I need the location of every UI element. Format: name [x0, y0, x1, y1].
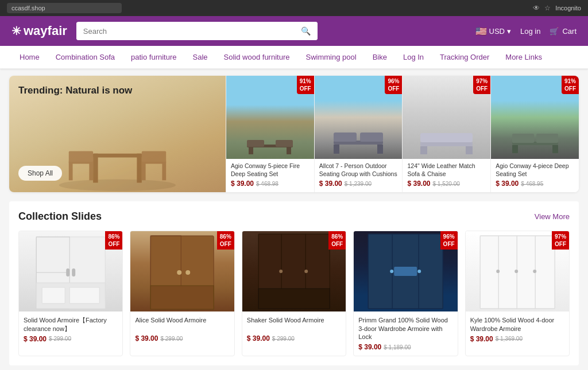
svg-rect-11: [142, 151, 166, 162]
nav-swimming-pool[interactable]: Swimming pool: [297, 46, 364, 68]
incognito-label: Incognito: [555, 5, 581, 11]
hero-product-2[interactable]: 96% OFF Allcot 7 - Person Outdoor Seatin…: [314, 76, 403, 192]
collection-card-3-image: 86% OFF: [242, 231, 346, 311]
hero-product-4-name: Agio Conway 4-piece Deep Seating Set: [496, 162, 574, 178]
collection-grid: 86% OFF Solid Wood Armoire【Factory clear…: [18, 231, 570, 356]
nav-bike[interactable]: Bike: [365, 46, 395, 68]
hero-product-3-name: 124" Wide Leather Match Sofa & Chaise: [407, 162, 486, 178]
svg-rect-9: [142, 161, 146, 180]
svg-rect-19: [377, 145, 383, 154]
logo-text: wayfair: [24, 24, 67, 38]
flag-icon: 🇺🇸: [475, 26, 487, 37]
hero-product-1-name: Agio Conway 5-piece Fire Deep Seating Se…: [231, 162, 310, 178]
svg-point-64: [514, 270, 518, 273]
collection-card-2-info: Alice Solid Wood Armoire $ 39.00 $ 299.0…: [130, 311, 234, 347]
svg-rect-13: [249, 147, 253, 154]
svg-rect-22: [420, 142, 473, 146]
svg-rect-29: [512, 134, 534, 143]
collection-card-1-image: 86% OFF: [19, 231, 122, 311]
nav-login[interactable]: Log In: [395, 46, 432, 68]
collection-card-5-prices: $ 39.00 $ 1,369.00: [470, 335, 564, 343]
nav-sale[interactable]: Sale: [185, 46, 216, 68]
svg-point-48: [279, 270, 283, 273]
url-text: ccasdf.shop: [11, 5, 45, 11]
svg-rect-16: [276, 140, 293, 147]
cart-label: Cart: [562, 27, 577, 36]
svg-rect-3: [137, 154, 141, 183]
collection-card-5-name: Kyle 100% Solid Wood 4-door Wardrobe Arm…: [470, 316, 564, 333]
collection-card-2-badge: 86% OFF: [217, 231, 234, 250]
hero-product-1[interactable]: 91% OFF Agio Conway 5-piece Fire Deep Se…: [226, 76, 314, 192]
nav-more-links[interactable]: More Links: [497, 46, 550, 68]
search-input[interactable]: [76, 22, 294, 40]
login-button[interactable]: Log in: [520, 27, 540, 36]
nav-home[interactable]: Home: [11, 46, 48, 68]
svg-rect-25: [420, 133, 473, 142]
collection-card-4-prices: $ 39.00 $ 1,189.00: [358, 343, 452, 351]
svg-rect-18: [334, 145, 339, 154]
nav-solid-wood[interactable]: Solid wood furniture: [216, 46, 298, 68]
shop-all-button[interactable]: Shop All: [18, 166, 62, 181]
svg-point-63: [496, 270, 500, 273]
hero-product-4[interactable]: 91% OFF Agio Conway 4-piece Deep Seating…: [490, 76, 579, 192]
svg-point-65: [533, 270, 536, 273]
hero-product-3[interactable]: 97% OFF 124" Wide Leather Match Sofa & C…: [402, 76, 490, 192]
collection-card-4-image: 96% OFF: [354, 231, 457, 311]
hero-product-4-info: Agio Conway 4-piece Deep Seating Set $ 3…: [491, 159, 579, 192]
hero-banner: Trending: Natural is now Shop All 91% OF…: [9, 76, 579, 192]
hero-product-3-info: 124" Wide Leather Match Sofa & Chaise $ …: [403, 159, 490, 192]
collection-card-3[interactable]: 86% OFF Shaker Solid Wood Armoire $ 39.0…: [242, 231, 346, 356]
view-more-link[interactable]: View More: [535, 212, 570, 221]
nav-combination-sofa[interactable]: Combination Sofa: [48, 46, 123, 68]
browser-icons: 👁 ☆ Incognito: [533, 4, 581, 12]
hero-product-3-price: $ 39.00 $ 1,520.00: [407, 180, 486, 188]
collection-card-1-badge: 86% OFF: [105, 231, 122, 250]
browser-chrome: ccasdf.shop 👁 ☆ Incognito: [0, 0, 588, 16]
svg-point-0: [59, 179, 176, 190]
svg-rect-10: [162, 161, 166, 180]
hero-products-list: 91% OFF Agio Conway 5-piece Fire Deep Se…: [226, 76, 579, 192]
search-bar: 🔍: [76, 22, 318, 40]
collection-card-4[interactable]: 96% OFF Primm Grand 100% Solid Wood 3-do…: [353, 231, 458, 356]
star-icon: ☆: [544, 4, 551, 12]
hero-product-2-image: 96% OFF: [315, 76, 403, 159]
svg-rect-28: [552, 145, 558, 153]
eye-icon: 👁: [533, 4, 540, 12]
currency-selector[interactable]: 🇺🇸 USD ▾: [475, 26, 511, 37]
collection-section: Collection Slides View More 86% OFF: [9, 201, 579, 365]
svg-rect-34: [66, 268, 69, 276]
svg-rect-21: [360, 133, 383, 142]
hero-text: Trending: Natural is now: [18, 85, 132, 96]
collection-card-2-image: 86% OFF: [130, 231, 234, 311]
nav-tracking[interactable]: Tracking Order: [432, 46, 497, 68]
cart-button[interactable]: 🛒 Cart: [550, 27, 577, 36]
svg-point-56: [390, 270, 393, 273]
svg-point-41: [177, 270, 182, 275]
hero-headline: Trending: Natural is now: [18, 85, 132, 96]
nav-patio-furniture[interactable]: patio furniture: [123, 46, 185, 68]
svg-rect-5: [69, 161, 73, 180]
collection-card-4-info: Primm Grand 100% Solid Wood 3-door Wardr…: [354, 311, 457, 356]
svg-rect-14: [287, 147, 291, 154]
collection-card-5-badge: 97% OFF: [552, 231, 569, 250]
svg-rect-30: [536, 134, 558, 143]
collection-card-5[interactable]: 97% OFF Kyle 100% Solid Wood 4-door Ward…: [465, 231, 570, 356]
collection-card-1-prices: $ 39.00 $ 299.00: [24, 335, 118, 343]
site-logo[interactable]: ✳ wayfair: [11, 24, 67, 38]
svg-point-57: [417, 270, 421, 273]
hero-product-2-info: Allcot 7 - Person Outdoor Seating Group …: [315, 159, 403, 192]
collection-card-2-name: Alice Solid Wood Armoire: [135, 316, 229, 332]
svg-rect-55: [394, 267, 417, 276]
collection-card-5-image: 97% OFF: [466, 231, 569, 311]
svg-rect-7: [69, 151, 93, 162]
search-button[interactable]: 🔍: [294, 22, 318, 40]
collection-card-3-info: Shaker Solid Wood Armoire $ 39.00 $ 299.…: [242, 311, 346, 347]
svg-rect-23: [420, 146, 427, 154]
collection-card-4-name: Primm Grand 100% Solid Wood 3-door Wardr…: [358, 316, 452, 341]
collection-card-2[interactable]: 86% OFF Alice Solid Wood Armoire $ 39.00…: [130, 231, 234, 356]
collection-card-3-name: Shaker Solid Wood Armoire: [247, 316, 341, 332]
svg-rect-1: [93, 154, 142, 158]
svg-rect-20: [334, 133, 357, 142]
collection-card-1[interactable]: 86% OFF Solid Wood Armoire【Factory clear…: [18, 231, 123, 356]
url-bar[interactable]: ccasdf.shop: [7, 3, 122, 13]
